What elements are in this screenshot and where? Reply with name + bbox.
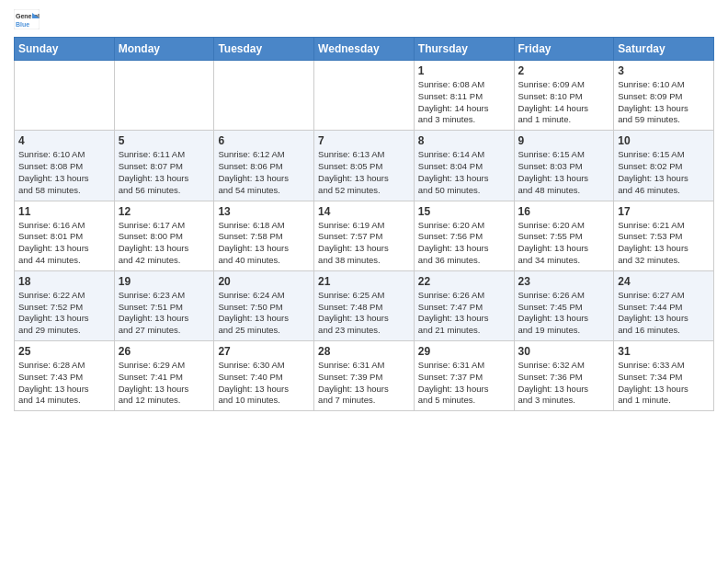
day-info: Sunrise: 6:12 AM Sunset: 8:06 PM Dayligh…	[218, 149, 310, 196]
calendar-cell: 10Sunrise: 6:15 AM Sunset: 8:02 PM Dayli…	[614, 131, 714, 201]
day-info: Sunrise: 6:26 AM Sunset: 7:47 PM Dayligh…	[418, 290, 510, 337]
day-number: 3	[618, 64, 710, 77]
day-info: Sunrise: 6:24 AM Sunset: 7:50 PM Dayligh…	[218, 290, 310, 337]
day-number: 13	[218, 205, 310, 218]
calendar-cell: 9Sunrise: 6:15 AM Sunset: 8:03 PM Daylig…	[514, 131, 614, 201]
day-info: Sunrise: 6:27 AM Sunset: 7:44 PM Dayligh…	[618, 290, 710, 337]
day-info: Sunrise: 6:10 AM Sunset: 8:08 PM Dayligh…	[18, 149, 110, 196]
day-info: Sunrise: 6:10 AM Sunset: 8:09 PM Dayligh…	[618, 79, 710, 126]
day-number: 7	[318, 134, 410, 147]
day-info: Sunrise: 6:29 AM Sunset: 7:41 PM Dayligh…	[119, 360, 210, 407]
day-number: 21	[318, 275, 410, 288]
calendar-cell: 13Sunrise: 6:18 AM Sunset: 7:58 PM Dayli…	[214, 201, 314, 270]
calendar-cell: 19Sunrise: 6:23 AM Sunset: 7:51 PM Dayli…	[114, 270, 214, 340]
calendar-cell: 5Sunrise: 6:11 AM Sunset: 8:07 PM Daylig…	[114, 131, 214, 201]
calendar-cell: 2Sunrise: 6:09 AM Sunset: 8:10 PM Daylig…	[514, 61, 614, 131]
logo: General Blue	[14, 9, 40, 29]
day-number: 12	[119, 205, 210, 218]
day-info: Sunrise: 6:30 AM Sunset: 7:40 PM Dayligh…	[218, 360, 310, 407]
calendar-cell: 18Sunrise: 6:22 AM Sunset: 7:52 PM Dayli…	[15, 270, 115, 340]
calendar-cell: 15Sunrise: 6:20 AM Sunset: 7:56 PM Dayli…	[414, 201, 514, 270]
weekday-header-monday: Monday	[114, 38, 214, 61]
day-number: 19	[119, 275, 210, 288]
calendar-cell: 26Sunrise: 6:29 AM Sunset: 7:41 PM Dayli…	[114, 341, 214, 411]
day-number: 18	[18, 275, 110, 288]
day-info: Sunrise: 6:15 AM Sunset: 8:02 PM Dayligh…	[618, 149, 710, 196]
calendar-table: SundayMondayTuesdayWednesdayThursdayFrid…	[14, 37, 714, 411]
day-number: 4	[18, 134, 110, 147]
day-info: Sunrise: 6:15 AM Sunset: 8:03 PM Dayligh…	[518, 149, 610, 196]
day-number: 28	[318, 345, 410, 358]
day-info: Sunrise: 6:22 AM Sunset: 7:52 PM Dayligh…	[18, 290, 110, 337]
day-number: 15	[418, 205, 510, 218]
weekday-header-tuesday: Tuesday	[214, 38, 314, 61]
day-info: Sunrise: 6:20 AM Sunset: 7:56 PM Dayligh…	[418, 220, 510, 267]
calendar-cell: 25Sunrise: 6:28 AM Sunset: 7:43 PM Dayli…	[15, 341, 115, 411]
calendar-cell: 22Sunrise: 6:26 AM Sunset: 7:47 PM Dayli…	[414, 270, 514, 340]
calendar-cell: 29Sunrise: 6:31 AM Sunset: 7:37 PM Dayli…	[414, 341, 514, 411]
day-info: Sunrise: 6:11 AM Sunset: 8:07 PM Dayligh…	[119, 149, 210, 196]
day-number: 1	[418, 64, 510, 77]
calendar-cell: 11Sunrise: 6:16 AM Sunset: 8:01 PM Dayli…	[15, 201, 115, 270]
day-number: 22	[418, 275, 510, 288]
calendar-cell: 4Sunrise: 6:10 AM Sunset: 8:08 PM Daylig…	[15, 131, 115, 201]
day-number: 26	[119, 345, 210, 358]
day-number: 24	[618, 275, 710, 288]
calendar-cell	[214, 61, 314, 131]
day-number: 14	[318, 205, 410, 218]
calendar-cell: 30Sunrise: 6:32 AM Sunset: 7:36 PM Dayli…	[514, 341, 614, 411]
calendar-cell: 24Sunrise: 6:27 AM Sunset: 7:44 PM Dayli…	[614, 270, 714, 340]
day-number: 20	[218, 275, 310, 288]
day-number: 8	[418, 134, 510, 147]
day-info: Sunrise: 6:18 AM Sunset: 7:58 PM Dayligh…	[218, 220, 310, 267]
calendar-cell: 7Sunrise: 6:13 AM Sunset: 8:05 PM Daylig…	[314, 131, 415, 201]
day-info: Sunrise: 6:26 AM Sunset: 7:45 PM Dayligh…	[518, 290, 610, 337]
weekday-header-friday: Friday	[514, 38, 614, 61]
day-number: 30	[518, 345, 610, 358]
day-info: Sunrise: 6:31 AM Sunset: 7:37 PM Dayligh…	[418, 360, 510, 407]
day-number: 17	[618, 205, 710, 218]
calendar-cell: 6Sunrise: 6:12 AM Sunset: 8:06 PM Daylig…	[214, 131, 314, 201]
calendar-cell: 1Sunrise: 6:08 AM Sunset: 8:11 PM Daylig…	[414, 61, 514, 131]
day-info: Sunrise: 6:16 AM Sunset: 8:01 PM Dayligh…	[18, 220, 110, 267]
day-info: Sunrise: 6:33 AM Sunset: 7:34 PM Dayligh…	[618, 360, 710, 407]
day-info: Sunrise: 6:13 AM Sunset: 8:05 PM Dayligh…	[318, 149, 410, 196]
calendar-cell: 20Sunrise: 6:24 AM Sunset: 7:50 PM Dayli…	[214, 270, 314, 340]
day-info: Sunrise: 6:19 AM Sunset: 7:57 PM Dayligh…	[318, 220, 410, 267]
calendar-cell	[15, 61, 115, 131]
day-info: Sunrise: 6:23 AM Sunset: 7:51 PM Dayligh…	[119, 290, 210, 337]
weekday-header-sunday: Sunday	[15, 38, 115, 61]
day-number: 11	[18, 205, 110, 218]
calendar-cell: 21Sunrise: 6:25 AM Sunset: 7:48 PM Dayli…	[314, 270, 415, 340]
day-number: 29	[418, 345, 510, 358]
day-number: 25	[18, 345, 110, 358]
calendar-cell	[314, 61, 415, 131]
day-number: 10	[618, 134, 710, 147]
day-info: Sunrise: 6:28 AM Sunset: 7:43 PM Dayligh…	[18, 360, 110, 407]
calendar-cell	[114, 61, 214, 131]
calendar-cell: 27Sunrise: 6:30 AM Sunset: 7:40 PM Dayli…	[214, 341, 314, 411]
day-info: Sunrise: 6:25 AM Sunset: 7:48 PM Dayligh…	[318, 290, 410, 337]
weekday-header-saturday: Saturday	[614, 38, 714, 61]
day-info: Sunrise: 6:17 AM Sunset: 8:00 PM Dayligh…	[119, 220, 210, 267]
calendar-cell: 3Sunrise: 6:10 AM Sunset: 8:09 PM Daylig…	[614, 61, 714, 131]
calendar-cell: 17Sunrise: 6:21 AM Sunset: 7:53 PM Dayli…	[614, 201, 714, 270]
svg-text:Blue: Blue	[16, 21, 29, 28]
day-number: 9	[518, 134, 610, 147]
calendar-cell: 23Sunrise: 6:26 AM Sunset: 7:45 PM Dayli…	[514, 270, 614, 340]
weekday-header-wednesday: Wednesday	[314, 38, 415, 61]
calendar-cell: 16Sunrise: 6:20 AM Sunset: 7:55 PM Dayli…	[514, 201, 614, 270]
day-number: 2	[518, 64, 610, 77]
calendar-cell: 28Sunrise: 6:31 AM Sunset: 7:39 PM Dayli…	[314, 341, 415, 411]
calendar-cell: 31Sunrise: 6:33 AM Sunset: 7:34 PM Dayli…	[614, 341, 714, 411]
day-info: Sunrise: 6:20 AM Sunset: 7:55 PM Dayligh…	[518, 220, 610, 267]
day-number: 31	[618, 345, 710, 358]
day-number: 27	[218, 345, 310, 358]
day-info: Sunrise: 6:32 AM Sunset: 7:36 PM Dayligh…	[518, 360, 610, 407]
day-number: 16	[518, 205, 610, 218]
day-info: Sunrise: 6:14 AM Sunset: 8:04 PM Dayligh…	[418, 149, 510, 196]
logo-icon: General Blue	[14, 9, 40, 29]
day-number: 23	[518, 275, 610, 288]
weekday-header-thursday: Thursday	[414, 38, 514, 61]
day-info: Sunrise: 6:08 AM Sunset: 8:11 PM Dayligh…	[418, 79, 510, 126]
